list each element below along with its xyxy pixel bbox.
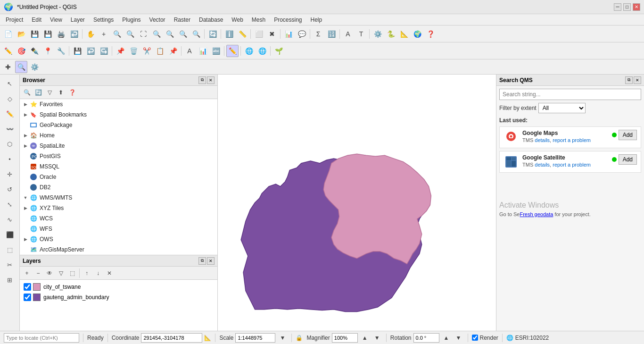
menu-edit[interactable]: Edit: [28, 16, 45, 24]
qms-google-sat-report[interactable]: report a problem: [553, 162, 591, 168]
minimize-button[interactable]: ─: [614, 3, 621, 11]
filter-layers-button[interactable]: ▽: [56, 268, 66, 278]
rotation-up-button[interactable]: ▲: [441, 333, 452, 343]
maximize-button[interactable]: □: [623, 3, 631, 11]
menu-plugins[interactable]: Plugins: [118, 16, 144, 24]
locate-input[interactable]: [4, 333, 79, 343]
fresh-geodata-link[interactable]: Fresh geodata: [520, 211, 553, 217]
layer-visible-tswane[interactable]: [24, 283, 31, 291]
menu-web[interactable]: Web: [228, 16, 247, 24]
browser-filter-button[interactable]: ▽: [44, 87, 55, 98]
zoom-layer-button[interactable]: 🔍: [150, 28, 163, 40]
tree-item-wcs[interactable]: 🌐 WCS: [20, 213, 217, 224]
layer-item-gauteng[interactable]: gauteng_admin_boundary: [22, 292, 215, 302]
close-button[interactable]: ✕: [633, 3, 640, 11]
split-button[interactable]: ✂: [3, 258, 17, 272]
open-table-button[interactable]: 📊: [282, 28, 295, 40]
tree-item-geopackage[interactable]: GeoPackage: [20, 120, 217, 130]
add-line-button[interactable]: 〰️: [3, 122, 17, 136]
move-up-button[interactable]: ↑: [82, 268, 92, 278]
menu-help[interactable]: Help: [307, 16, 326, 24]
layer-item-tswane[interactable]: city_of_tswane: [22, 282, 215, 292]
menu-project[interactable]: Project: [2, 16, 27, 24]
save-project-button[interactable]: 💾: [28, 28, 41, 40]
paste-features-button[interactable]: 📌: [167, 45, 179, 57]
edit-vertices-button[interactable]: 📌: [114, 45, 126, 57]
tree-item-ows[interactable]: ▶ 🌐 OWS: [20, 234, 217, 244]
remove-selected-button[interactable]: ✕: [104, 268, 115, 278]
expression-button[interactable]: 🔤: [210, 45, 222, 57]
new-project-button[interactable]: 📄: [2, 28, 14, 40]
add-polygon-button[interactable]: ⬡: [3, 137, 17, 151]
rotation-input[interactable]: [413, 333, 439, 343]
remove-layer-button[interactable]: −: [33, 268, 43, 278]
vertex-tool-button[interactable]: 🔧: [55, 45, 67, 57]
zoom-full-button[interactable]: ⛶: [137, 28, 149, 40]
simplify-button[interactable]: ∿: [3, 212, 17, 227]
georef-button[interactable]: 🌐: [243, 45, 255, 57]
qms-google-maps-report[interactable]: report a problem: [553, 137, 591, 143]
label-tools-button[interactable]: A: [183, 45, 196, 57]
browser-help-button[interactable]: ❓: [67, 87, 77, 98]
locator-button[interactable]: 🔍: [15, 61, 27, 73]
tree-item-wms[interactable]: ▼ 🌐 WMS/WMTS: [20, 193, 217, 203]
sketch-button[interactable]: ✒️: [28, 45, 41, 57]
menu-settings[interactable]: Settings: [90, 16, 117, 24]
browser-search-button[interactable]: 🔍: [22, 87, 32, 98]
refresh-button[interactable]: 🔄: [206, 28, 219, 40]
add-layer-button[interactable]: +: [22, 268, 32, 278]
plugins-button[interactable]: ⚙️: [372, 28, 384, 40]
layers-close-button[interactable]: ✕: [207, 257, 215, 265]
tree-item-wfs[interactable]: 🌐 WFS: [20, 224, 217, 234]
browser-close-button[interactable]: ✕: [207, 76, 215, 84]
copy-features-button[interactable]: 📋: [154, 45, 166, 57]
layer-visible-gauteng[interactable]: [24, 294, 31, 301]
browser-refresh-button[interactable]: 🔄: [33, 87, 43, 98]
browser-tree[interactable]: ▶ ⭐ Favorites ▶ 🔖 Spatial Bookmarks Geo: [20, 99, 217, 255]
globe-button[interactable]: 🌍: [411, 28, 423, 40]
tree-item-db2[interactable]: DB2: [20, 182, 217, 193]
identify-button[interactable]: ℹ️: [223, 28, 235, 40]
qms-close-button[interactable]: ✕: [634, 76, 641, 84]
tree-item-home[interactable]: ▶ 🏠 Home: [20, 130, 217, 141]
calc-button[interactable]: 🔢: [325, 28, 338, 40]
delete-selected-button[interactable]: 🗑️: [127, 45, 140, 57]
select-button[interactable]: +: [98, 28, 110, 40]
magnifier-down-button[interactable]: ▼: [372, 333, 382, 343]
python-button[interactable]: 🐍: [385, 28, 397, 40]
magnifier-input[interactable]: [332, 333, 358, 343]
edit-nodes-button[interactable]: 📍: [41, 45, 54, 57]
reshape-button[interactable]: ⬛: [3, 227, 17, 242]
tree-item-spatialite[interactable]: ▶ SpatiaLite: [20, 141, 217, 151]
label-button[interactable]: A: [342, 28, 354, 40]
tree-item-mssql[interactable]: SQL MSSQL: [20, 161, 217, 172]
rotate-button[interactable]: ↺: [3, 182, 17, 196]
merge-button[interactable]: ⊞: [3, 273, 17, 287]
offset-button[interactable]: ⬚: [3, 243, 17, 257]
measure-button[interactable]: 📏: [236, 28, 248, 40]
qms-float-button[interactable]: ⧉: [625, 76, 633, 84]
scale-input[interactable]: [235, 333, 275, 343]
add-point-button[interactable]: •: [3, 152, 17, 166]
menu-view[interactable]: View: [46, 16, 66, 24]
zoom-in-button[interactable]: 🔍: [111, 28, 123, 40]
undo-button[interactable]: ↩️: [68, 28, 80, 40]
menu-raster[interactable]: Raster: [170, 16, 194, 24]
filter-select[interactable]: All Extent Current View: [538, 103, 586, 113]
qms-google-sat-details[interactable]: details: [535, 162, 550, 168]
diagram-button[interactable]: 📊: [197, 45, 209, 57]
layout-manager-button[interactable]: 📐: [398, 28, 410, 40]
settings2-button[interactable]: ⚙️: [28, 61, 41, 73]
tree-item-bookmarks[interactable]: ▶ 🔖 Spatial Bookmarks: [20, 109, 217, 120]
menu-mesh[interactable]: Mesh: [248, 16, 269, 24]
toggle-editing-button[interactable]: ✏️: [226, 45, 239, 57]
redo-edits-button[interactable]: ↪️: [98, 45, 110, 57]
zoom-selection-button[interactable]: 🔍: [164, 28, 176, 40]
tree-item-oracle[interactable]: Oracle: [20, 172, 217, 182]
grass-button[interactable]: 🌱: [272, 45, 285, 57]
add-feature-button[interactable]: ✏️: [3, 107, 17, 121]
help-button[interactable]: ❓: [424, 28, 437, 40]
select-tool-button[interactable]: ↖: [3, 76, 17, 91]
tree-item-postgis[interactable]: PG PostGIS: [20, 151, 217, 161]
tree-item-xyz[interactable]: ▶ 🌐 XYZ Tiles: [20, 203, 217, 213]
